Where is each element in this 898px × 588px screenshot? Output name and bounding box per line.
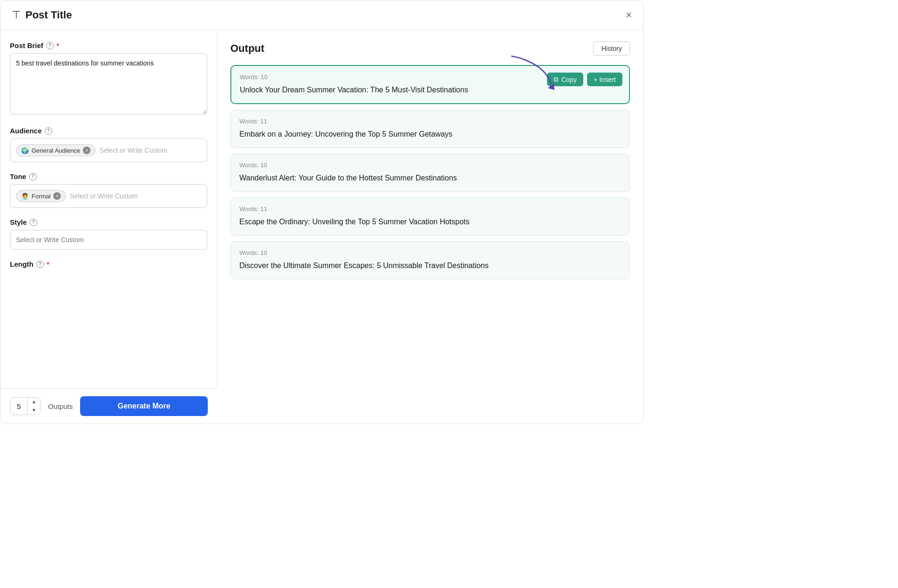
tone-help-icon[interactable]: ? — [29, 173, 37, 180]
tone-placeholder: Select or Write Custom — [70, 192, 138, 200]
audience-placeholder: Select or Write Custom — [99, 147, 167, 154]
post-brief-required: * — [57, 41, 59, 49]
post-brief-help-icon[interactable]: ? — [46, 42, 54, 49]
card-4-text: Escape the Ordinary: Unveiling the Top 5… — [239, 216, 621, 228]
output-card-5: Words: 10 Discover the Ultimate Summer E… — [230, 241, 630, 279]
header-left: ⊤ Post Title — [12, 9, 72, 21]
output-card-1: Words: 10 Unlock Your Dream Summer Vacat… — [230, 65, 630, 104]
outputs-count-control: 5 ▲ ▼ — [10, 397, 41, 415]
remove-general-audience-tag[interactable]: × — [83, 147, 90, 154]
post-brief-textarea[interactable]: 5 best travel destinations for summer va… — [10, 53, 207, 114]
post-title-icon: ⊤ — [12, 9, 21, 21]
copy-button[interactable]: ⧉ Copy — [547, 73, 583, 86]
style-help-icon[interactable]: ? — [30, 219, 37, 226]
tone-field: Tone ? 🧑‍💼 Formal × Select or Write Cust… — [10, 172, 207, 208]
output-header: Output History — [230, 41, 630, 56]
audience-help-icon[interactable]: ? — [45, 127, 52, 135]
close-button[interactable]: × — [626, 10, 632, 20]
post-brief-label: Post Brief ? * — [10, 41, 207, 49]
card-5-meta: Words: 10 — [239, 249, 621, 256]
copy-icon: ⧉ — [554, 75, 558, 83]
style-field: Style ? — [10, 218, 207, 250]
left-panel: Post Brief ? * 5 best travel destination… — [0, 30, 217, 424]
length-label: Length ? * — [10, 260, 207, 268]
card-4-meta: Words: 11 — [239, 205, 621, 212]
main-layout: Post Brief ? * 5 best travel destination… — [0, 30, 643, 424]
card-3-text: Wanderlust Alert: Your Guide to the Hott… — [239, 172, 621, 184]
audience-input[interactable]: 🌍 General Audience × Select or Write Cus… — [10, 139, 207, 162]
audience-field: Audience ? 🌍 General Audience × Select o… — [10, 127, 207, 162]
post-brief-field: Post Brief ? * 5 best travel destination… — [10, 41, 207, 116]
card-2-meta: Words: 11 — [239, 118, 621, 125]
length-help-icon[interactable]: ? — [36, 261, 44, 268]
right-panel: Output History Words: 10 Unlock Your Dre… — [217, 30, 643, 424]
outputs-count-value: 5 — [10, 399, 27, 414]
card-2-text: Embark on a Journey: Uncovering the Top … — [239, 129, 621, 140]
tone-label: Tone ? — [10, 172, 207, 180]
tone-input[interactable]: 🧑‍💼 Formal × Select or Write Custom — [10, 184, 207, 208]
length-field: Length ? * — [10, 260, 207, 272]
output-title: Output — [230, 42, 264, 55]
card-1-actions: ⧉ Copy + Insert — [547, 73, 622, 86]
card-3-meta: Words: 10 — [239, 162, 621, 169]
outputs-label: Outputs — [48, 402, 73, 410]
output-card-3: Words: 10 Wanderlust Alert: Your Guide t… — [230, 154, 630, 192]
history-button[interactable]: History — [593, 41, 630, 56]
length-required: * — [47, 260, 49, 268]
insert-button[interactable]: + Insert — [587, 73, 622, 86]
general-audience-tag: 🌍 General Audience × — [16, 144, 96, 156]
output-card-4: Words: 11 Escape the Ordinary: Unveiling… — [230, 197, 630, 236]
style-label: Style ? — [10, 218, 207, 226]
count-spinners: ▲ ▼ — [27, 398, 40, 415]
dialog-header: ⊤ Post Title × — [0, 0, 643, 30]
footer: 5 ▲ ▼ Outputs Generate More — [0, 388, 217, 424]
audience-label: Audience ? — [10, 127, 207, 135]
style-input[interactable] — [10, 230, 207, 250]
generate-more-button[interactable]: Generate More — [80, 396, 208, 416]
dialog-title: Post Title — [25, 9, 72, 21]
formal-tone-tag: 🧑‍💼 Formal × — [16, 190, 66, 202]
output-card-2: Words: 11 Embark on a Journey: Uncoverin… — [230, 110, 630, 148]
card-5-text: Discover the Ultimate Summer Escapes: 5 … — [239, 260, 621, 271]
count-down-button[interactable]: ▼ — [28, 406, 40, 415]
output-cards: Words: 10 Unlock Your Dream Summer Vacat… — [230, 65, 630, 279]
remove-formal-tone-tag[interactable]: × — [53, 192, 61, 200]
count-up-button[interactable]: ▲ — [28, 398, 40, 406]
